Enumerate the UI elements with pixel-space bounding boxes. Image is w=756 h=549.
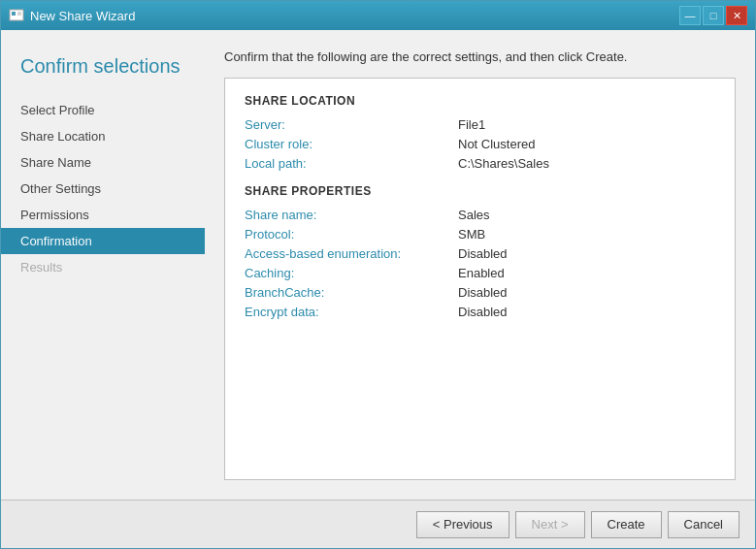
nav-item-permissions[interactable]: Permissions	[1, 202, 205, 228]
detail-row-abe: Access-based enumeration: Disabled	[245, 246, 715, 261]
instruction-text: Confirm that the following are the corre…	[224, 49, 736, 64]
label-server: Server:	[245, 117, 458, 132]
value-encrypt: Disabled	[458, 305, 508, 319]
detail-row-caching: Caching: Enabled	[245, 266, 715, 280]
label-caching: Caching:	[245, 266, 458, 280]
detail-row-protocol: Protocol: SMB	[245, 227, 715, 242]
label-abe: Access-based enumeration:	[245, 246, 458, 261]
left-panel: Confirm selections Select Profile Share …	[1, 30, 205, 500]
maximize-button[interactable]: □	[703, 6, 724, 25]
value-sharename: Sales	[458, 208, 490, 222]
nav-item-select-profile[interactable]: Select Profile	[1, 97, 205, 123]
page-heading: Confirm selections	[1, 46, 205, 97]
detail-row-localpath: Local path: C:\Shares\Sales	[245, 156, 715, 171]
label-protocol: Protocol:	[245, 227, 458, 242]
nav-item-share-location[interactable]: Share Location	[1, 123, 205, 149]
nav-item-share-name[interactable]: Share Name	[1, 149, 205, 176]
title-bar-left: New Share Wizard	[9, 8, 135, 23]
create-button[interactable]: Create	[591, 511, 662, 538]
value-caching: Enabled	[458, 266, 505, 280]
value-abe: Disabled	[458, 246, 508, 261]
section-title-location: SHARE LOCATION	[245, 94, 715, 108]
value-server: File1	[458, 117, 485, 132]
content-area: Confirm selections Select Profile Share …	[1, 30, 755, 500]
wizard-window: New Share Wizard — □ ✕ Confirm selection…	[0, 0, 756, 549]
label-encrypt: Encrypt data:	[245, 305, 458, 319]
window-title: New Share Wizard	[30, 9, 135, 23]
value-branchcache: Disabled	[458, 285, 508, 300]
nav-item-confirmation[interactable]: Confirmation	[1, 228, 205, 254]
label-localpath: Local path:	[245, 156, 458, 171]
footer-bar: < Previous Next > Create Cancel	[1, 500, 755, 548]
nav-item-results: Results	[1, 254, 205, 280]
previous-button[interactable]: < Previous	[416, 511, 509, 538]
detail-row-sharename: Share name: Sales	[245, 208, 715, 222]
svg-rect-1	[12, 12, 16, 16]
title-buttons: — □ ✕	[679, 6, 747, 25]
close-button[interactable]: ✕	[726, 6, 747, 25]
value-cluster: Not Clustered	[458, 137, 535, 151]
cancel-button[interactable]: Cancel	[668, 511, 740, 538]
minimize-button[interactable]: —	[679, 6, 701, 25]
label-branchcache: BranchCache:	[245, 285, 458, 300]
title-bar: New Share Wizard — □ ✕	[1, 1, 755, 30]
value-localpath: C:\Shares\Sales	[458, 156, 549, 171]
detail-row-server: Server: File1	[245, 117, 715, 132]
nav-item-other-settings[interactable]: Other Settings	[1, 176, 205, 202]
label-sharename: Share name:	[245, 208, 458, 222]
value-protocol: SMB	[458, 227, 485, 242]
nav-list: Select Profile Share Location Share Name…	[1, 97, 205, 280]
label-cluster: Cluster role:	[245, 137, 458, 151]
confirmation-box: SHARE LOCATION Server: File1 Cluster rol…	[224, 78, 736, 480]
detail-row-cluster: Cluster role: Not Clustered	[245, 137, 715, 151]
wizard-icon	[9, 8, 24, 23]
section-title-properties: SHARE PROPERTIES	[245, 184, 715, 198]
detail-row-encrypt: Encrypt data: Disabled	[245, 305, 715, 319]
detail-row-branchcache: BranchCache: Disabled	[245, 285, 715, 300]
main-panel: Confirm that the following are the corre…	[205, 30, 755, 500]
next-button[interactable]: Next >	[515, 511, 585, 538]
